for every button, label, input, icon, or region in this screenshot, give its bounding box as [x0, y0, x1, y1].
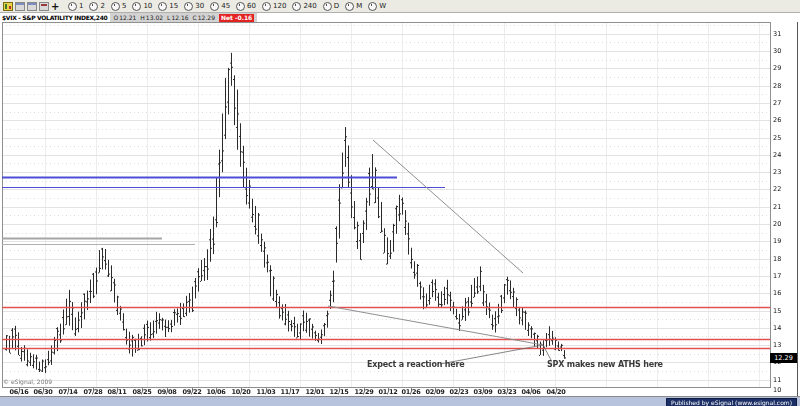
y-axis-label: 14: [773, 324, 781, 332]
title-row: $VIX - S&P VOLATILITY INDEX,240 O 12.21 …: [0, 13, 800, 22]
layout-grid-icon[interactable]: [27, 2, 37, 11]
interval-label: 15: [169, 2, 178, 10]
x-axis-label: 08/11: [104, 388, 130, 396]
clock-icon: [323, 2, 332, 11]
interval-button-60[interactable]: 60: [236, 2, 256, 11]
y-axis-label: 21: [773, 203, 781, 211]
high-value: 13.02: [146, 14, 163, 21]
x-axis-label: 02/09: [422, 388, 448, 396]
x-axis-label: 02/23: [446, 388, 472, 396]
close-quote: C 12.29: [193, 14, 215, 21]
x-axis-label: 09/08: [154, 388, 180, 396]
x-axis-label: 04/06: [518, 388, 544, 396]
x-axis-label: 09/22: [179, 388, 205, 396]
x-axis-label: 12/15: [326, 388, 352, 396]
clock-icon: [262, 2, 271, 11]
clock-icon: [68, 2, 77, 11]
y-axis-label: 24: [773, 151, 781, 159]
y-axis-label: 26: [773, 116, 781, 124]
interval-button-30[interactable]: 30: [184, 2, 204, 11]
clock-icon: [132, 2, 141, 11]
open-value: 12.21: [119, 14, 136, 21]
annotation-spx-new-aths: SPX makes new ATHS here: [547, 360, 663, 369]
interval-button-5[interactable]: 5: [111, 2, 126, 11]
price-chart-canvas[interactable]: [0, 0, 800, 406]
y-axis-label: 23: [773, 168, 781, 176]
x-axis-label: 06/16: [6, 388, 32, 396]
interval-label: 2: [100, 2, 104, 10]
y-axis-label: 28: [773, 82, 781, 90]
interval-button-10[interactable]: 10: [132, 2, 152, 11]
clock-icon: [210, 2, 219, 11]
interval-label: 10: [143, 2, 152, 10]
interval-label: 30: [195, 2, 204, 10]
x-axis-label: 03/09: [470, 388, 496, 396]
x-axis-label: 12/01: [302, 388, 328, 396]
workspace-window-icon[interactable]: [15, 2, 25, 11]
clock-icon: [292, 2, 301, 11]
x-axis-label: 06/30: [30, 388, 56, 396]
y-axis-label: 29: [773, 64, 781, 72]
y-axis-label: 10: [773, 386, 781, 394]
interval-button-120[interactable]: 120: [262, 2, 286, 11]
clock-icon: [89, 2, 98, 11]
low-quote: L 12.16: [167, 14, 189, 21]
clock-icon: [236, 2, 245, 11]
high-quote: H 13.02: [140, 14, 163, 21]
interval-button-group: 1251015304560120240DMW: [68, 2, 386, 11]
crosshair-plus-icon[interactable]: +: [51, 2, 59, 11]
page-setup-icon[interactable]: [39, 2, 49, 11]
y-axis-label: 19: [773, 237, 781, 245]
x-axis-label: 12/29: [351, 388, 377, 396]
x-axis-label: 10/20: [228, 388, 254, 396]
y-axis-label: 31: [773, 30, 781, 38]
clock-icon: [184, 2, 193, 11]
annotation-expect-reaction: Expect a reaction here: [367, 360, 464, 369]
y-axis-label: 15: [773, 307, 781, 315]
interval-button-M[interactable]: M: [345, 2, 362, 11]
x-axis-label: 11/03: [253, 388, 279, 396]
interval-button-240[interactable]: 240: [292, 2, 316, 11]
y-axis-label: 18: [773, 255, 781, 263]
y-axis-label: 30: [773, 47, 781, 55]
clock-icon: [345, 2, 354, 11]
y-axis-label: 27: [773, 99, 781, 107]
bar-chart-icon[interactable]: [3, 2, 13, 11]
y-axis-label: 20: [773, 220, 781, 228]
x-axis-label: 10/06: [203, 388, 229, 396]
net-change-badge: Net -0.16: [219, 14, 254, 22]
y-axis-label: 16: [773, 289, 781, 297]
interval-button-W[interactable]: W: [368, 2, 386, 11]
footer-strip: Published by eSignal (www.esignal.com): [0, 396, 800, 406]
low-label: L: [167, 14, 170, 21]
open-quote: O 12.21: [113, 14, 136, 21]
interval-label: 240: [303, 2, 316, 10]
clock-icon: [368, 2, 377, 11]
chart-title: $VIX - S&P VOLATILITY INDEX,240: [2, 14, 107, 21]
x-axis-label: 07/14: [55, 388, 81, 396]
interval-button-1[interactable]: 1: [68, 2, 83, 11]
x-axis-label: 03/23: [494, 388, 520, 396]
quote-strip: O 12.21 H 13.02 L 12.16 C 12.29 Net -0.1…: [110, 13, 257, 22]
y-axis-label: 22: [773, 185, 781, 193]
interval-label: 60: [247, 2, 256, 10]
y-axis-label: 17: [773, 272, 781, 280]
toolbar-icon-group: +: [3, 2, 59, 11]
interval-label: M: [356, 2, 362, 10]
copyright-note: © eSignal, 2009: [3, 378, 52, 385]
interval-button-15[interactable]: 15: [158, 2, 178, 11]
y-axis-label: 13: [773, 341, 781, 349]
clock-icon: [158, 2, 167, 11]
x-axis-label: 08/25: [129, 388, 155, 396]
interval-label: D: [334, 2, 339, 10]
interval-label: 45: [221, 2, 230, 10]
interval-label: 1: [79, 2, 83, 10]
open-label: O: [113, 14, 118, 21]
interval-button-2[interactable]: 2: [89, 2, 104, 11]
interval-button-45[interactable]: 45: [210, 2, 230, 11]
published-by-button[interactable]: Published by eSignal (www.esignal.com): [666, 398, 797, 406]
close-value: 12.29: [198, 14, 215, 21]
interval-button-D[interactable]: D: [323, 2, 339, 11]
clock-icon: [111, 2, 120, 11]
x-axis-label: 07/28: [80, 388, 106, 396]
